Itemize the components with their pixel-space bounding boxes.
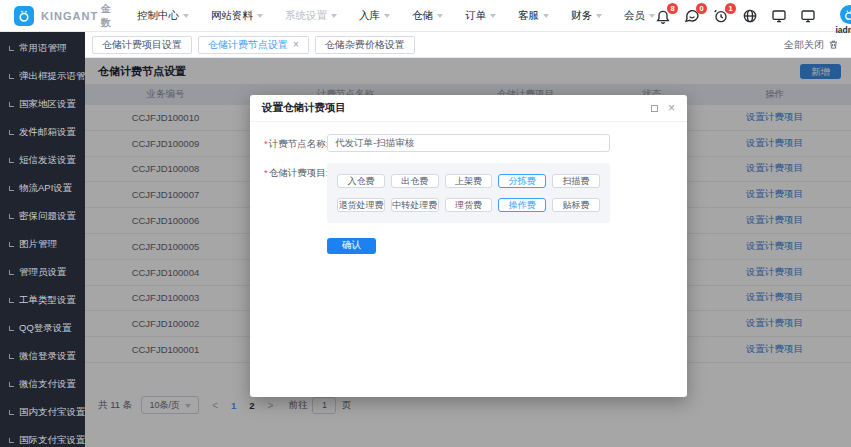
sidebar-item-wechat-pay[interactable]: 微信支付设置	[0, 370, 85, 398]
globe-icon[interactable]	[742, 8, 758, 24]
billing-items-label: *仓储计费项目:	[264, 163, 327, 223]
sidebar-item-image-management[interactable]: 图片管理	[0, 230, 85, 258]
fee-option-scanning[interactable]: 扫描费	[552, 174, 600, 188]
fee-option-inbound[interactable]: 入仓费	[337, 174, 385, 188]
monitor-icon[interactable]	[771, 8, 787, 24]
bell-badge: 8	[667, 3, 678, 14]
close-tab-icon[interactable]: ×	[293, 40, 299, 50]
tab-misc-fee-settings[interactable]: 仓储杂费价格设置	[315, 36, 415, 54]
chevron-down-icon	[331, 14, 337, 18]
menu-system-settings[interactable]: 系统设置	[285, 9, 337, 23]
dialog-actions: ×	[651, 102, 675, 114]
sidebar-item-ticket-type[interactable]: 工单类型设置	[0, 286, 85, 314]
sidebar-item-international-alipay[interactable]: 国际支付宝设置	[0, 426, 85, 447]
chevron-down-icon	[543, 14, 549, 18]
chevron-down-icon	[596, 14, 602, 18]
alarm-badge: 1	[725, 3, 736, 14]
fee-option-shelving[interactable]: 上架费	[445, 174, 493, 188]
brand-name: KINGANT	[41, 10, 98, 22]
brand-name-cn: 金数	[101, 2, 111, 30]
set-billing-items-dialog: 设置仓储计费项目 × *计费节点名称: *仓储计费项目: 入仓费 出仓费 上架费…	[250, 95, 687, 397]
chevron-down-icon	[384, 14, 390, 18]
menu-site-data[interactable]: 网站资料	[211, 9, 263, 23]
fee-option-sorting[interactable]: 分拣费	[498, 174, 546, 188]
app-window: KINGANT 金数 控制中心 网站资料 系统设置 入库 仓储 订单 客服 财务…	[0, 0, 851, 447]
tab-billing-item-settings[interactable]: 仓储计费项目设置	[92, 36, 192, 54]
submenu-icon	[9, 298, 14, 303]
submenu-icon	[9, 186, 14, 191]
sidebar-item-country-region[interactable]: 国家地区设置	[0, 90, 85, 118]
chevron-down-icon	[183, 14, 189, 18]
alarm-clock-icon[interactable]: 1	[713, 8, 729, 24]
chat-badge: 0	[696, 3, 707, 14]
navbar-actions: 8 0 1	[655, 0, 851, 35]
sidebar-item-sender-email[interactable]: 发件邮箱设置	[0, 118, 85, 146]
brand-logo-icon	[14, 6, 34, 26]
submenu-icon	[9, 102, 14, 107]
required-marker: *	[264, 138, 268, 149]
fee-option-tallying[interactable]: 理货费	[445, 198, 493, 212]
menu-warehouse[interactable]: 仓储	[412, 9, 443, 23]
chevron-down-icon	[490, 14, 496, 18]
sidebar-item-logistics-api[interactable]: 物流API设置	[0, 174, 85, 202]
submenu-icon	[9, 438, 14, 443]
chat-icon[interactable]: 0	[684, 8, 700, 24]
fee-option-operation[interactable]: 操作费	[498, 198, 546, 212]
menu-members[interactable]: 会员	[624, 9, 655, 23]
top-navbar: KINGANT 金数 控制中心 网站资料 系统设置 入库 仓储 订单 客服 财务…	[0, 0, 851, 32]
submenu-icon	[9, 130, 14, 135]
avatar	[840, 5, 851, 24]
submenu-icon	[9, 46, 14, 51]
main-menu: 控制中心 网站资料 系统设置 入库 仓储 订单 客服 财务 会员	[137, 9, 655, 23]
close-all-tabs-button[interactable]: 全部关闭	[784, 38, 839, 52]
fee-options-panel: 入仓费 出仓费 上架费 分拣费 扫描费 退货处理费 中转处理费 理货费 操作费 …	[327, 163, 610, 223]
menu-orders[interactable]: 订单	[465, 9, 496, 23]
open-tabs-bar: 仓储计费项目设置 仓储计费节点设置 × 仓储杂费价格设置 全部关闭	[85, 32, 851, 58]
user-menu[interactable]: iadmin	[829, 5, 851, 35]
tab-billing-node-settings[interactable]: 仓储计费节点设置 ×	[198, 36, 309, 54]
fullscreen-monitor-icon[interactable]	[800, 8, 816, 24]
form-row-billing-items: *仓储计费项目: 入仓费 出仓费 上架费 分拣费 扫描费 退货处理费 中转处理费…	[264, 163, 673, 223]
submenu-icon	[9, 242, 14, 247]
submenu-icon	[9, 354, 14, 359]
username-label: iadmin	[835, 25, 851, 35]
node-name-input[interactable]	[327, 134, 610, 152]
submenu-icon	[9, 326, 14, 331]
bell-icon[interactable]: 8	[655, 8, 671, 24]
submenu-icon	[9, 74, 14, 79]
sidebar-item-domestic-alipay[interactable]: 国内支付宝设置	[0, 398, 85, 426]
sidebar-item-common-phrases[interactable]: 常用语管理	[0, 34, 85, 62]
form-row-node-name: *计费节点名称:	[264, 134, 673, 152]
menu-inbound[interactable]: 入库	[359, 9, 390, 23]
dialog-body: *计费节点名称: *仓储计费项目: 入仓费 出仓费 上架费 分拣费 扫描费 退货…	[250, 122, 687, 266]
chevron-down-icon	[257, 14, 263, 18]
sidebar-item-popup-messages[interactable]: 弹出框提示语管理	[0, 62, 85, 90]
fee-option-labeling[interactable]: 贴标费	[552, 198, 600, 212]
fee-option-transfer-handling[interactable]: 中转处理费	[391, 198, 439, 212]
close-icon[interactable]: ×	[668, 102, 675, 114]
chevron-down-icon	[437, 14, 443, 18]
fee-option-return-handling[interactable]: 退货处理费	[337, 198, 385, 212]
submenu-icon	[9, 158, 14, 163]
trash-icon	[828, 39, 839, 50]
sidebar-item-sms[interactable]: 短信发送设置	[0, 146, 85, 174]
fee-option-outbound[interactable]: 出仓费	[391, 174, 439, 188]
sidebar-item-qq-login[interactable]: QQ登录设置	[0, 314, 85, 342]
node-name-label: *计费节点名称:	[264, 134, 327, 152]
submenu-icon	[9, 270, 14, 275]
submenu-icon	[9, 214, 14, 219]
menu-control-center[interactable]: 控制中心	[137, 9, 189, 23]
dialog-title: 设置仓储计费项目	[262, 101, 346, 115]
maximize-icon[interactable]	[651, 105, 658, 112]
required-marker: *	[264, 167, 268, 178]
sidebar-item-admin-settings[interactable]: 管理员设置	[0, 258, 85, 286]
dialog-header: 设置仓储计费项目 ×	[250, 95, 687, 122]
sidebar-item-wechat-login[interactable]: 微信登录设置	[0, 342, 85, 370]
menu-finance[interactable]: 财务	[571, 9, 602, 23]
confirm-button[interactable]: 确认	[327, 238, 376, 254]
submenu-icon	[9, 410, 14, 415]
submenu-icon	[9, 382, 14, 387]
sidebar: 常用语管理 弹出框提示语管理 国家地区设置 发件邮箱设置 短信发送设置 物流AP…	[0, 32, 85, 447]
menu-customer-service[interactable]: 客服	[518, 9, 549, 23]
sidebar-item-security-question[interactable]: 密保问题设置	[0, 202, 85, 230]
